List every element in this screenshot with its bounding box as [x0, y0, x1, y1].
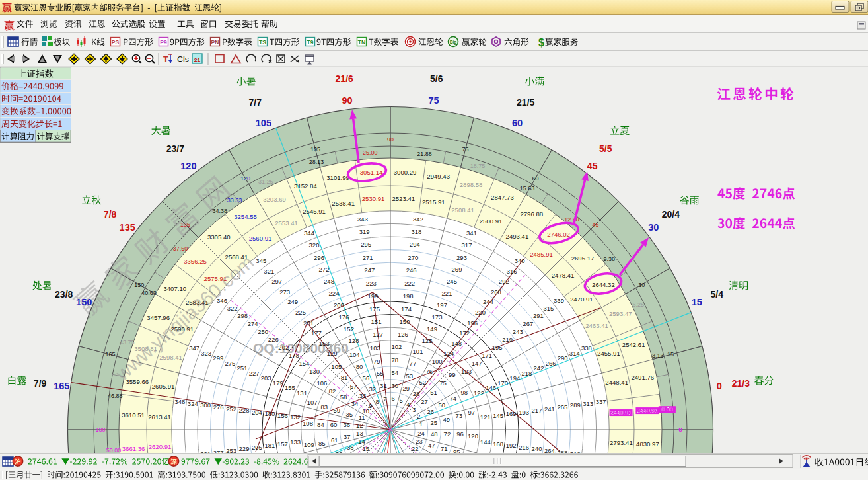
svg-text:120: 120	[180, 161, 196, 171]
svg-text:60: 60	[330, 421, 338, 428]
svg-text:2898.58: 2898.58	[460, 181, 483, 188]
svg-text:2491.76: 2491.76	[631, 374, 654, 381]
svg-text:2593.47: 2593.47	[609, 310, 632, 317]
svg-text:21.88: 21.88	[417, 151, 432, 157]
svg-text:320: 320	[309, 241, 320, 249]
svg-text:105: 105	[331, 363, 342, 370]
svg-text:321: 321	[264, 268, 274, 275]
svg-text:2575.91: 2575.91	[204, 275, 227, 282]
svg-text:322: 322	[227, 305, 238, 312]
svg-text:33.33: 33.33	[227, 197, 242, 204]
svg-text:346: 346	[217, 297, 227, 304]
svg-text:48: 48	[431, 430, 438, 438]
svg-text:1: 1	[419, 420, 423, 428]
svg-text:2463.41: 2463.41	[585, 322, 608, 329]
svg-text:4830.97: 4830.97	[636, 440, 659, 448]
svg-text:23: 23	[416, 438, 423, 445]
svg-text:324: 324	[188, 400, 198, 407]
svg-text:156: 156	[277, 412, 288, 419]
svg-text:180: 180	[264, 410, 275, 417]
svg-text:243: 243	[513, 328, 523, 335]
svg-text:290: 290	[558, 354, 568, 362]
svg-text:P9: P9	[160, 39, 167, 46]
svg-text:171: 171	[482, 352, 492, 359]
svg-text:344: 344	[304, 229, 314, 237]
svg-text:289: 289	[570, 401, 581, 409]
svg-text:107: 107	[307, 399, 318, 406]
svg-text:Cls: Cls	[177, 55, 189, 64]
svg-text:3305.40: 3305.40	[207, 233, 231, 241]
svg-text:3661.36: 3661.36	[122, 445, 145, 452]
svg-text:152: 152	[344, 325, 354, 333]
svg-text:5/4: 5/4	[711, 289, 724, 300]
svg-text:2590.91: 2590.91	[170, 325, 194, 333]
svg-text:6.25: 6.25	[632, 301, 644, 308]
svg-text:338: 338	[581, 344, 592, 352]
svg-text:$: $	[538, 37, 544, 48]
svg-text:45: 45	[592, 221, 598, 228]
svg-text:170: 170	[497, 380, 508, 387]
svg-text:269: 269	[452, 266, 462, 273]
svg-text:57: 57	[350, 383, 357, 390]
svg-text:275: 275	[225, 360, 235, 367]
svg-text:100: 100	[432, 358, 443, 365]
svg-text:2523.41: 2523.41	[392, 195, 415, 202]
svg-text:165: 165	[105, 351, 115, 358]
svg-text:2485.91: 2485.91	[530, 251, 553, 258]
svg-text:341: 341	[466, 229, 477, 237]
svg-text:58: 58	[340, 393, 347, 401]
svg-text:199: 199	[367, 292, 378, 300]
svg-text:2493.41: 2493.41	[506, 233, 529, 240]
svg-text:3407.10: 3407.10	[163, 285, 186, 292]
svg-text:2695.17: 2695.17	[571, 255, 595, 262]
svg-text:192: 192	[506, 442, 517, 449]
svg-text:47: 47	[428, 442, 435, 449]
svg-text:27: 27	[421, 398, 428, 405]
svg-text:314: 314	[569, 350, 580, 357]
svg-text:242: 242	[534, 364, 544, 372]
svg-text:157: 157	[277, 440, 288, 448]
svg-text:316: 316	[507, 268, 517, 275]
svg-text:133: 133	[290, 438, 301, 446]
svg-text:20/4: 20/4	[662, 209, 680, 220]
svg-text:148: 148	[451, 340, 462, 347]
svg-text:348: 348	[174, 398, 185, 405]
svg-text:245: 245	[447, 278, 457, 285]
svg-text:2793.41: 2793.41	[610, 439, 633, 446]
svg-text:30: 30	[392, 382, 399, 389]
svg-text:223: 223	[366, 280, 377, 287]
svg-text:172: 172	[459, 329, 470, 337]
svg-text:15: 15	[692, 297, 702, 307]
svg-text:131: 131	[297, 389, 307, 397]
svg-text:3559.66: 3559.66	[126, 378, 149, 385]
svg-text:9.38: 9.38	[603, 256, 615, 262]
svg-text:222: 222	[404, 280, 415, 287]
svg-text:315: 315	[543, 305, 554, 312]
svg-text:2478.41: 2478.41	[552, 272, 575, 279]
svg-text:3356.25: 3356.25	[184, 258, 207, 265]
svg-text:202: 202	[278, 344, 289, 351]
svg-text:102: 102	[391, 343, 402, 350]
svg-text:21/5: 21/5	[517, 97, 534, 108]
svg-text:8: 8	[376, 398, 379, 405]
svg-text:34: 34	[351, 400, 359, 407]
svg-text:293: 293	[456, 254, 467, 261]
svg-text:90: 90	[342, 95, 352, 106]
svg-text:TS: TS	[259, 39, 266, 46]
svg-text:291: 291	[533, 312, 544, 319]
svg-text:296: 296	[314, 254, 324, 261]
svg-text:28.13: 28.13	[309, 159, 324, 165]
svg-text:132: 132	[290, 413, 301, 420]
svg-text:0: 0	[717, 381, 722, 391]
svg-text:2605.91: 2605.91	[152, 383, 175, 390]
svg-text:270: 270	[408, 254, 418, 261]
svg-text:197: 197	[437, 301, 447, 309]
svg-text:339: 339	[554, 297, 564, 304]
svg-text:10: 10	[362, 407, 369, 415]
svg-text:33: 33	[359, 392, 367, 399]
svg-text:276: 276	[213, 403, 224, 411]
svg-text:178: 178	[289, 352, 299, 359]
svg-text:75: 75	[462, 146, 469, 153]
svg-text:73: 73	[455, 412, 462, 419]
svg-text:3000.29: 3000.29	[394, 169, 417, 176]
